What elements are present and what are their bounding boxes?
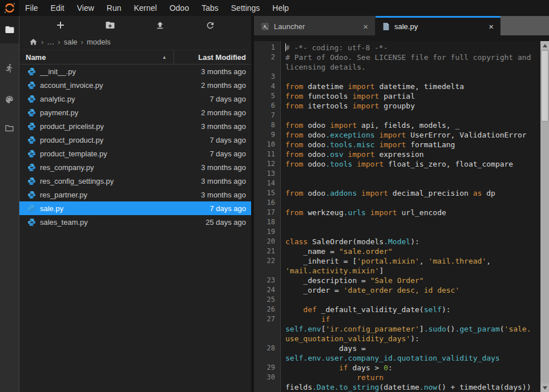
menu-odoo[interactable]: Odoo [163,0,195,16]
code-text: class SaleOrder(models.Model): [281,237,532,246]
file-modified: 7 days ago [209,149,251,158]
code-line: 28 days = self.env.user.company_id.quota… [254,343,540,363]
breadcrumb-item[interactable]: … [47,38,54,46]
file-modified: 25 days ago [205,218,251,227]
file-row[interactable]: product_pricelist.py3 months ago [19,119,251,133]
code-text: _order = 'date_order desc, id desc' [281,285,532,295]
refresh-button[interactable] [200,18,220,33]
line-number: 14 [254,179,281,188]
sidebar-tab-file-browser[interactable] [0,16,19,43]
menu-help[interactable]: Help [266,0,295,16]
line-number: 24 [254,285,281,295]
scrollbar-thumb[interactable] [541,50,548,122]
menu-view[interactable]: View [71,0,100,16]
menu-edit[interactable]: Edit [45,0,71,16]
code-text: # -*- coding: utf-8 -*- [281,43,532,52]
editor-scrollbar[interactable] [540,41,549,392]
code-text: _name = "sale.order" [281,246,532,256]
breadcrumb-item[interactable]: sale [64,38,78,46]
launcher-icon [261,22,269,31]
code-text: if self.env['ir.config_parameter'].sudo(… [281,314,532,343]
code-text: from itertools import groupby [281,101,532,111]
file-row[interactable]: __init__.py3 months ago [19,64,251,78]
file-row[interactable]: product_product.py7 days ago [19,133,251,147]
code-text: return fields.Date.to_string(datetime.no… [281,373,532,392]
file-row[interactable]: analytic.py7 days ago [19,92,251,106]
code-line: 8from odoo import api, fields, models, _ [254,120,540,130]
code-text: from odoo.osv import expression [281,149,532,159]
code-line: 15from odoo.addons import decimal_precis… [254,188,540,198]
code-line: 7 [254,111,540,120]
python-file-icon [27,177,36,185]
upload-button[interactable] [151,18,170,33]
file-modified: 3 months ago [201,163,251,172]
breadcrumb-separator-icon: › [58,38,60,46]
file-modified: 7 days ago [209,95,251,103]
column-header-modified[interactable]: Last Modified [174,53,251,62]
code-line: 29 if days > 0: [254,363,540,373]
menu-kernel[interactable]: Kernel [127,0,163,16]
tab-sale-py[interactable]: sale.py× [376,16,500,35]
tab-label: sale.py [394,22,418,31]
file-row[interactable]: res_company.py3 months ago [19,160,251,174]
python-file-icon [27,81,36,90]
code-line: 23 _description = "Sale Order" [254,276,540,285]
code-text: from odoo.exceptions import UserError, V… [281,130,532,140]
line-number: 15 [254,188,281,198]
breadcrumb-item[interactable]: models [87,38,111,46]
line-number: 19 [254,227,281,237]
code-line: 10from odoo.tools.misc import formatLang [254,140,540,149]
file-row[interactable]: res_partner.py3 months ago [19,188,251,201]
sidebar-tab-open-tabs[interactable] [0,114,19,142]
tab-launcher[interactable]: Launcher× [254,16,376,35]
tab-bar: Launcher×sale.py× [254,16,549,35]
scroll-down-button[interactable] [540,383,549,392]
plus-icon [56,21,65,30]
tab-bar-filler [500,16,549,35]
new-launcher-button[interactable] [51,18,70,33]
file-name: account_invoice.py [40,81,201,90]
palette-icon [5,95,14,104]
menu-run[interactable]: Run [100,0,128,16]
file-row[interactable]: account_invoice.py2 months ago [19,78,251,92]
code-text: from odoo.addons import decimal_precisio… [281,188,532,198]
home-icon[interactable] [29,38,38,46]
line-number: 23 [254,276,281,285]
menu-file[interactable]: File [19,0,45,16]
scroll-up-button[interactable] [540,41,549,50]
column-header-name[interactable]: Name ▲ [19,50,174,64]
file-list: __init__.py3 months agoaccount_invoice.p… [19,64,251,392]
modified-column-label: Last Modified [198,53,246,62]
line-number: 7 [254,111,281,120]
breadcrumb-separator-icon: › [41,38,43,46]
triangle-up-icon [543,44,547,47]
file-row[interactable]: sales_team.py25 days ago [19,215,251,229]
close-tab-icon[interactable]: × [362,22,369,31]
code-text [281,72,532,82]
editor-toolbar [254,35,549,41]
line-number: 13 [254,169,281,179]
file-name: res_config_settings.py [40,177,201,185]
file-modified: 3 months ago [201,177,251,185]
name-column-label: Name [26,53,46,62]
code-line: 19 [254,227,540,237]
code-line: 12from odoo.tools import float_is_zero, … [254,159,540,169]
line-number: 26 [254,305,281,314]
close-tab-icon[interactable]: × [487,22,495,31]
new-folder-button[interactable] [100,18,120,33]
menu-settings[interactable]: Settings [225,0,267,16]
file-row[interactable]: sale.py7 days ago [19,201,251,215]
code-line: 14 [254,179,540,188]
code-line: 2# Part of Odoo. See LICENSE file for fu… [254,52,540,72]
code-editor[interactable]: 1# -*- coding: utf-8 -*-2# Part of Odoo.… [254,41,549,392]
code-text: def _default_validity_date(self): [281,305,532,314]
line-number: 17 [254,208,281,217]
sidebar-tab-command-palette[interactable] [0,86,19,113]
sidebar-tab-running-sessions[interactable] [0,54,19,82]
menu-tabs[interactable]: Tabs [195,0,225,16]
line-number: 2 [254,52,281,72]
file-modified: 3 months ago [201,191,251,199]
file-row[interactable]: payment.py2 months ago [19,106,251,119]
file-row[interactable]: res_config_settings.py3 months ago [19,174,251,188]
file-row[interactable]: product_template.py7 days ago [19,147,251,160]
